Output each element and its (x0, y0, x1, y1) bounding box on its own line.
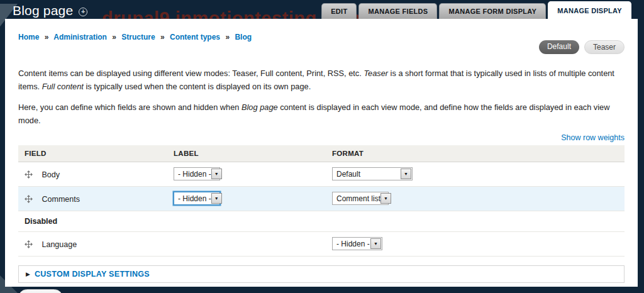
page-title: Blog page + (13, 3, 87, 18)
intro-text-italic: Blog page (242, 102, 278, 112)
content-panel: Home » Administration » Structure » Cont… (5, 19, 638, 287)
chevron-down-icon: ▼ (211, 169, 222, 179)
add-shortcut-icon[interactable]: + (79, 8, 87, 16)
table-header-row: FIELD LABEL FORMAT (18, 145, 625, 162)
intro-paragraph-1: Content items can be displayed using dif… (18, 67, 625, 93)
table-row-body: Body - Hidden -▼ Default▼ (18, 162, 625, 186)
view-mode-switcher: Default Teaser (539, 40, 625, 54)
field-name: Body (42, 170, 60, 179)
field-display-table: FIELD LABEL FORMAT Body - Hidden -▼ Defa… (18, 145, 625, 257)
select-value: - Hidden - (174, 170, 211, 179)
breadcrumb-separator: » (112, 33, 116, 41)
primary-tabs: EDIT MANAGE FIELDS MANAGE FORM DISPLAY M… (321, 0, 631, 19)
show-row-weights-link[interactable]: Show row weights (561, 133, 625, 142)
collapsed-arrow-icon: ▶ (26, 271, 30, 277)
view-mode-teaser[interactable]: Teaser (584, 40, 625, 54)
tab-manage-fields[interactable]: MANAGE FIELDS (358, 3, 437, 19)
breadcrumb: Home » Administration » Structure » Cont… (18, 33, 625, 41)
intro-text: is typically used when the content is di… (84, 82, 311, 91)
custom-display-settings-link[interactable]: CUSTOM DISPLAY SETTINGS (35, 270, 150, 279)
breadcrumb-blog[interactable]: Blog (235, 33, 252, 41)
column-header-label: LABEL (174, 145, 332, 162)
select-value: Comment list (333, 194, 380, 203)
intro-text: Content items can be displayed using dif… (18, 69, 364, 78)
field-name: Comments (42, 194, 79, 203)
label-select-comments[interactable]: - Hidden -▼ (174, 192, 220, 205)
table-row-comments: Comments - Hidden -▼ Comment list▼ (18, 186, 625, 211)
label-select-body[interactable]: - Hidden -▼ (174, 167, 220, 180)
chevron-down-icon: ▼ (401, 169, 411, 179)
tab-edit[interactable]: EDIT (321, 3, 357, 19)
save-button[interactable]: Save (18, 289, 63, 293)
drag-handle-icon[interactable] (25, 170, 33, 179)
select-value: - Hidden - (174, 194, 211, 203)
breadcrumb-home[interactable]: Home (18, 33, 39, 41)
intro-text-italic: Teaser (364, 69, 388, 78)
drag-handle-icon[interactable] (25, 195, 33, 203)
intro-text-italic: Full content (42, 82, 84, 91)
breadcrumb-structure[interactable]: Structure (121, 33, 155, 41)
breadcrumb-administration[interactable]: Administration (53, 33, 107, 41)
drag-handle-icon[interactable] (25, 240, 33, 248)
select-value: Default (333, 170, 360, 179)
chevron-down-icon: ▼ (211, 193, 222, 204)
breadcrumb-separator: » (45, 33, 49, 41)
field-name: Language (42, 240, 77, 248)
chevron-down-icon: ▼ (380, 193, 391, 204)
intro-text: Here, you can define which fields are sh… (18, 102, 242, 112)
chevron-down-icon: ▼ (370, 238, 381, 249)
breadcrumb-separator: » (225, 33, 230, 41)
page-title-text: Blog page (13, 3, 73, 18)
breadcrumb-separator: » (160, 33, 165, 41)
table-row-disabled-section: Disabled (18, 211, 625, 231)
format-select-language[interactable]: - Hidden -▼ (332, 237, 382, 250)
column-header-field: FIELD (18, 145, 174, 162)
format-select-body[interactable]: Default▼ (332, 167, 413, 180)
select-value: - Hidden - (333, 240, 370, 248)
table-row-language: Language - Hidden -▼ (18, 231, 625, 256)
breadcrumb-content-types[interactable]: Content types (170, 33, 220, 41)
tab-manage-display[interactable]: MANAGE DISPLAY (548, 1, 631, 19)
column-header-format: FORMAT (332, 145, 625, 162)
format-select-comments[interactable]: Comment list▼ (332, 192, 389, 205)
tab-manage-form-display[interactable]: MANAGE FORM DISPLAY (439, 3, 546, 19)
view-mode-default[interactable]: Default (539, 40, 579, 54)
section-title: Disabled (18, 211, 625, 231)
custom-display-settings-fieldset[interactable]: ▶ CUSTOM DISPLAY SETTINGS (18, 265, 625, 283)
intro-paragraph-2: Here, you can define which fields are sh… (18, 101, 625, 127)
row-weights-toggle: Show row weights (18, 133, 625, 142)
